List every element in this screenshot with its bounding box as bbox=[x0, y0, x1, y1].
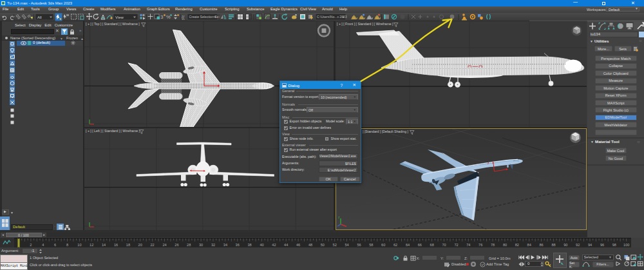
svg-text:44: 44 bbox=[284, 242, 288, 246]
svg-text:72: 72 bbox=[454, 242, 458, 246]
svg-text:58: 58 bbox=[369, 242, 373, 246]
svg-text:66: 66 bbox=[418, 242, 422, 246]
svg-text:4: 4 bbox=[42, 242, 44, 246]
svg-text:52: 52 bbox=[333, 242, 337, 246]
svg-text:70: 70 bbox=[442, 242, 446, 246]
svg-text:38: 38 bbox=[247, 242, 251, 246]
svg-text:8: 8 bbox=[66, 242, 68, 246]
svg-text:14: 14 bbox=[102, 242, 106, 246]
svg-text:z: z bbox=[338, 215, 340, 219]
svg-text:54: 54 bbox=[345, 242, 348, 246]
svg-text:64: 64 bbox=[406, 242, 410, 246]
svg-text:78: 78 bbox=[491, 242, 495, 246]
svg-text:34: 34 bbox=[223, 242, 227, 246]
svg-text:20: 20 bbox=[138, 242, 142, 246]
svg-text:30: 30 bbox=[199, 242, 203, 246]
svg-text:90: 90 bbox=[564, 242, 567, 246]
svg-text:92: 92 bbox=[576, 242, 580, 246]
svg-text:42: 42 bbox=[272, 242, 276, 246]
svg-text:40: 40 bbox=[260, 242, 263, 246]
svg-text:76: 76 bbox=[478, 242, 482, 246]
svg-text:12: 12 bbox=[90, 242, 93, 246]
svg-text:88: 88 bbox=[551, 242, 555, 246]
svg-text:2: 2 bbox=[30, 242, 32, 246]
svg-text:60: 60 bbox=[381, 242, 385, 246]
svg-text:All: All bbox=[37, 15, 42, 19]
svg-text:18: 18 bbox=[126, 242, 130, 246]
svg-text:98: 98 bbox=[612, 242, 616, 246]
svg-text:26: 26 bbox=[175, 242, 178, 246]
svg-text:68: 68 bbox=[430, 242, 434, 246]
svg-text:10: 10 bbox=[77, 242, 81, 246]
svg-text:24: 24 bbox=[162, 242, 166, 246]
svg-text:62: 62 bbox=[393, 242, 397, 246]
svg-text:100: 100 bbox=[623, 242, 629, 246]
svg-text:86: 86 bbox=[539, 242, 543, 246]
svg-text:36: 36 bbox=[236, 242, 240, 246]
svg-text:50: 50 bbox=[321, 242, 325, 246]
svg-text:%: % bbox=[166, 14, 171, 20]
svg-text:28: 28 bbox=[187, 242, 191, 246]
svg-text:46: 46 bbox=[296, 242, 300, 246]
svg-text:{(: {( bbox=[182, 15, 185, 20]
svg-text:16: 16 bbox=[114, 242, 118, 246]
svg-text:32: 32 bbox=[211, 242, 215, 246]
svg-text:View: View bbox=[115, 15, 124, 19]
svg-text:22: 22 bbox=[150, 242, 154, 246]
svg-text:82: 82 bbox=[515, 242, 519, 246]
svg-text:80: 80 bbox=[503, 242, 507, 246]
svg-text:94: 94 bbox=[588, 242, 592, 246]
svg-text:6: 6 bbox=[54, 242, 56, 246]
svg-text:84: 84 bbox=[527, 242, 531, 246]
svg-text:48: 48 bbox=[308, 242, 312, 246]
svg-text:3: 3 bbox=[160, 14, 164, 20]
svg-text:56: 56 bbox=[357, 242, 361, 246]
svg-text:96: 96 bbox=[600, 242, 604, 246]
svg-text:74: 74 bbox=[466, 242, 470, 246]
